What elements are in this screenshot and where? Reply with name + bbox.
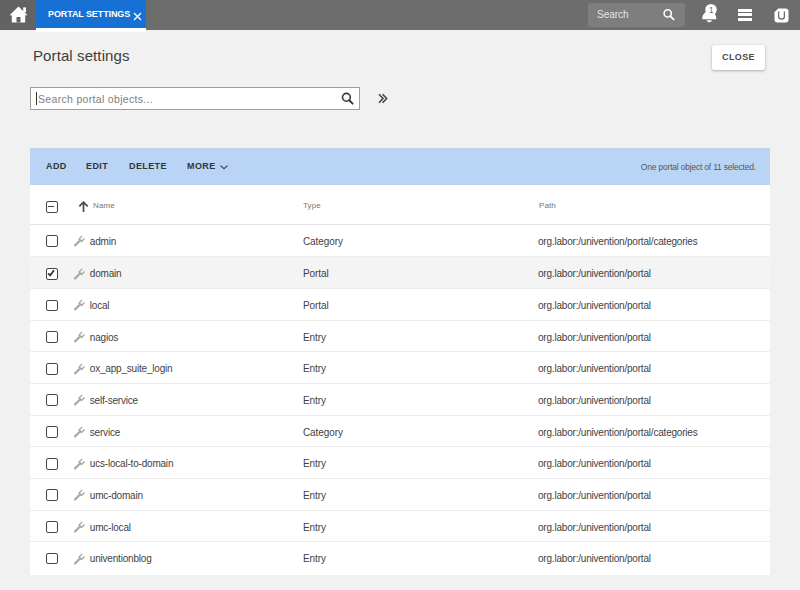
- svg-text:1: 1: [709, 6, 714, 15]
